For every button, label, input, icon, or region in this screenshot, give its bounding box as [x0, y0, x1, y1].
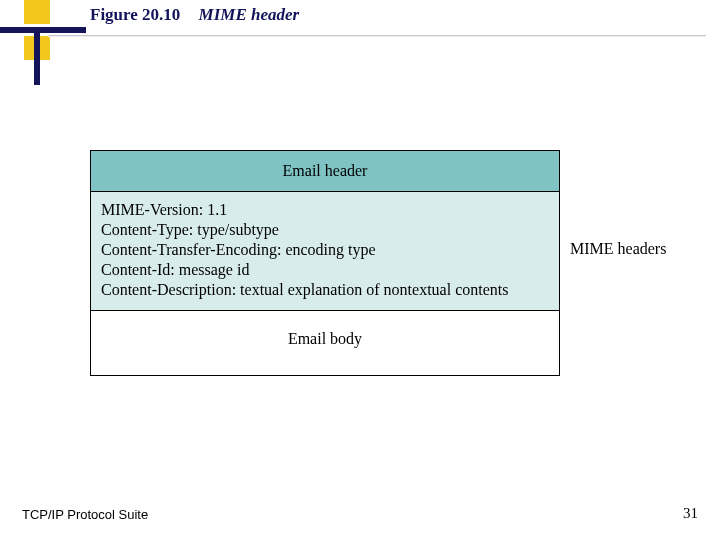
email-body-row: Email body: [91, 311, 559, 375]
title-underline: [48, 35, 706, 36]
figure-number: Figure 20.10: [90, 5, 180, 24]
figure-title: Figure 20.10 MIME header: [90, 5, 299, 25]
mime-line: Content-Transfer-Encoding: encoding type: [101, 240, 549, 260]
page-number: 31: [683, 505, 698, 522]
email-header-row: Email header: [91, 151, 559, 192]
mime-line: MIME-Version: 1.1: [101, 200, 549, 220]
mime-line: Content-Type: type/subtype: [101, 220, 549, 240]
mime-line: Content-Id: message id: [101, 260, 549, 280]
decor-square-top: [24, 0, 50, 24]
decor-bar-vertical: [34, 27, 40, 85]
slide: Figure 20.10 MIME header Email header MI…: [0, 0, 720, 540]
mime-line: Content-Description: textual explanation…: [101, 280, 549, 300]
mime-headers-side-label: MIME headers: [570, 240, 666, 258]
mime-diagram: Email header MIME-Version: 1.1 Content-T…: [90, 150, 560, 376]
footer-source: TCP/IP Protocol Suite: [22, 507, 148, 522]
figure-caption: MIME header: [199, 5, 300, 24]
decor-bar-horizontal: [0, 27, 86, 33]
mime-headers-row: MIME-Version: 1.1 Content-Type: type/sub…: [91, 192, 559, 311]
